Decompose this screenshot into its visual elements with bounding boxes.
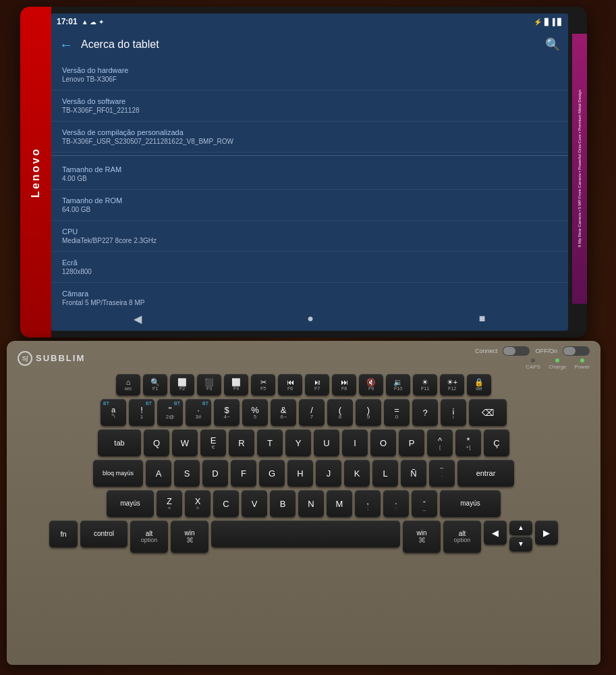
key-k[interactable]: K bbox=[344, 460, 370, 487]
key-up-arrow[interactable]: ▲ bbox=[509, 520, 532, 535]
key-grave[interactable]: BT a º\ bbox=[101, 399, 126, 426]
key-f2[interactable]: ⬜F2 bbox=[170, 374, 194, 396]
key-a[interactable]: A bbox=[146, 460, 171, 487]
power-label: Power bbox=[574, 364, 590, 370]
key-9[interactable]: )9 bbox=[356, 399, 381, 426]
key-comma[interactable]: ,; bbox=[355, 490, 381, 517]
keyboard: S∫ SUBBLIM Connect OFF/On CAPS bbox=[7, 341, 600, 665]
nav-recents-button[interactable]: ■ bbox=[479, 313, 486, 325]
key-s[interactable]: S bbox=[174, 460, 200, 487]
charge-label: Charge bbox=[549, 364, 566, 370]
key-f3[interactable]: ⬛F3 bbox=[197, 374, 221, 396]
key-left-win[interactable]: win ⌘ bbox=[171, 520, 208, 553]
key-t[interactable]: T bbox=[257, 429, 283, 456]
key-right-arrow[interactable]: ▶ bbox=[535, 520, 558, 545]
setting-rom: Tamanho de ROM 64.00 GB bbox=[51, 190, 568, 221]
key-caps-lock[interactable]: bloq mayús bbox=[93, 460, 143, 487]
key-3[interactable]: BT · 3# bbox=[186, 399, 211, 426]
key-left-shift[interactable]: mayús bbox=[107, 490, 154, 517]
key-g[interactable]: G bbox=[259, 460, 285, 487]
connect-switch[interactable] bbox=[503, 346, 530, 356]
key-l[interactable]: L bbox=[372, 460, 398, 487]
key-space[interactable] bbox=[211, 520, 400, 547]
status-icons: ▲ ☁ ✦ bbox=[82, 18, 104, 26]
key-bracket-open[interactable]: ^[ bbox=[427, 429, 453, 456]
key-m[interactable]: M bbox=[327, 490, 352, 517]
key-n-tilde[interactable]: Ñ bbox=[401, 460, 426, 487]
key-left-alt[interactable]: alt option bbox=[130, 520, 168, 553]
key-n[interactable]: N bbox=[298, 490, 324, 517]
key-f9[interactable]: 🔇F9 bbox=[359, 374, 383, 396]
status-right-icons: ⚡ ▊ ▌▊ bbox=[534, 18, 563, 26]
key-equal[interactable]: ¡i bbox=[441, 399, 466, 426]
key-bracket-close[interactable]: *+] bbox=[455, 429, 481, 456]
key-j[interactable]: J bbox=[316, 460, 341, 487]
key-minus[interactable]: ? bbox=[412, 399, 438, 426]
settings-content: Versão do hardware Lenovo TB-X306F Versã… bbox=[51, 59, 568, 306]
nav-home-button[interactable]: ● bbox=[307, 313, 314, 325]
power-led bbox=[580, 358, 584, 362]
key-down-arrow[interactable]: ▼ bbox=[509, 537, 532, 551]
key-r[interactable]: R bbox=[229, 429, 254, 456]
key-i[interactable]: I bbox=[342, 429, 368, 456]
zxcv-row: mayús Z< X> C V B N M ,; .: -_ mayús bbox=[13, 490, 594, 517]
key-h[interactable]: H bbox=[287, 460, 313, 487]
setting-label-cpu: CPU bbox=[62, 227, 557, 236]
key-backspace[interactable]: ⌫ bbox=[469, 399, 507, 426]
key-f6[interactable]: ⏮F6 bbox=[278, 374, 302, 396]
key-b[interactable]: B bbox=[270, 490, 296, 517]
battery-icon: ⚡ bbox=[534, 18, 542, 26]
key-u[interactable]: U bbox=[314, 429, 339, 456]
key-right-shift[interactable]: mayús bbox=[440, 490, 501, 517]
back-button[interactable]: ← bbox=[59, 37, 73, 53]
key-right-win[interactable]: win ⌘ bbox=[403, 520, 441, 553]
setting-value-screen: 1280x800 bbox=[62, 268, 557, 275]
key-d[interactable]: D bbox=[202, 460, 228, 487]
key-f11[interactable]: ☀F11 bbox=[413, 374, 437, 396]
key-del[interactable]: 🔒del bbox=[467, 374, 491, 396]
power-switch[interactable] bbox=[563, 346, 590, 356]
key-v[interactable]: V bbox=[242, 490, 267, 517]
key-enter[interactable]: entrar bbox=[457, 460, 514, 487]
key-home[interactable]: ⌂sec bbox=[116, 374, 140, 396]
key-5[interactable]: %5 bbox=[242, 399, 268, 426]
key-w[interactable]: W bbox=[172, 429, 198, 456]
key-tab[interactable]: tab bbox=[98, 429, 141, 456]
key-p[interactable]: P bbox=[399, 429, 424, 456]
key-x[interactable]: X> bbox=[185, 490, 211, 517]
key-y[interactable]: Y bbox=[285, 429, 311, 456]
key-c-cedilla[interactable]: Ç bbox=[484, 429, 509, 456]
keyboard-rows: ⌂sec 🔍F1 ⬜F2 ⬛F3 ⬜F4 ✂F5 ⏮F6 ⏯F7 ⏭F8 🔇F9… bbox=[13, 374, 594, 553]
key-f1[interactable]: 🔍F1 bbox=[143, 374, 167, 396]
key-f10[interactable]: 🔉F10 bbox=[386, 374, 410, 396]
setting-value-ram: 4.00 GB bbox=[62, 175, 557, 182]
key-q[interactable]: Q bbox=[144, 429, 169, 456]
search-icon[interactable]: 🔍 bbox=[545, 37, 560, 52]
key-acute[interactable]: ¨´ bbox=[429, 460, 455, 487]
key-1[interactable]: BT ! 1 bbox=[129, 399, 155, 426]
key-o[interactable]: O bbox=[370, 429, 396, 456]
key-f12[interactable]: ☀+F12 bbox=[440, 374, 464, 396]
nav-back-button[interactable]: ◀ bbox=[134, 313, 142, 325]
lenovo-logo: Lenovo bbox=[30, 147, 42, 198]
key-2[interactable]: BT " 2@ bbox=[157, 399, 183, 426]
key-7[interactable]: /7 bbox=[299, 399, 325, 426]
key-right-alt[interactable]: alt option bbox=[443, 520, 481, 553]
key-0[interactable]: =0 bbox=[384, 399, 410, 426]
key-f[interactable]: F bbox=[231, 460, 256, 487]
key-left-arrow[interactable]: ◀ bbox=[484, 520, 507, 545]
key-e[interactable]: E€ bbox=[200, 429, 226, 456]
key-f5[interactable]: ✂F5 bbox=[251, 374, 275, 396]
key-slash[interactable]: -_ bbox=[412, 490, 437, 517]
key-4[interactable]: $4~ bbox=[214, 399, 240, 426]
key-f7[interactable]: ⏯F7 bbox=[305, 374, 329, 396]
key-f4[interactable]: ⬜F4 bbox=[224, 374, 248, 396]
key-z[interactable]: Z< bbox=[157, 490, 182, 517]
key-f8[interactable]: ⏭F8 bbox=[332, 374, 356, 396]
key-period[interactable]: .: bbox=[383, 490, 409, 517]
key-c[interactable]: C bbox=[213, 490, 239, 517]
key-6[interactable]: &6¬ bbox=[271, 399, 296, 426]
key-8[interactable]: (8 bbox=[327, 399, 353, 426]
key-control[interactable]: control bbox=[80, 520, 128, 547]
key-fn[interactable]: fn bbox=[49, 520, 78, 547]
